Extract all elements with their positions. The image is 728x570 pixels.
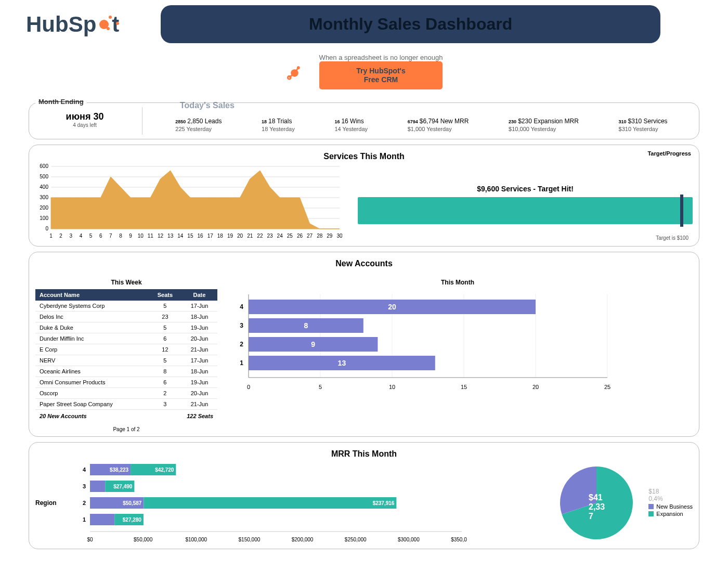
mrr-panel: MRR This Month Region $0$50,000$100,000$…	[29, 442, 699, 549]
svg-text:$27,280: $27,280	[123, 517, 142, 523]
svg-text:$41: $41	[589, 493, 603, 502]
header: HubSpt Monthly Sales Dashboard	[0, 0, 728, 48]
table-row: Delos Inc2318-Jun	[35, 311, 217, 322]
svg-text:16: 16	[198, 233, 204, 239]
svg-text:9: 9	[129, 233, 132, 239]
legend-swatch	[648, 511, 654, 516]
cta-button[interactable]: Try HubSpot's Free CRM	[319, 61, 443, 89]
subheader: This Week	[35, 279, 217, 286]
mrr-bar-chart: $0$50,000$100,000$150,000$200,000$250,00…	[67, 461, 555, 545]
stat-item: 1616 Wins14 Yesterday	[334, 118, 368, 132]
svg-text:5: 5	[319, 384, 322, 390]
legend-label: New Business	[656, 503, 693, 510]
svg-text:12: 12	[158, 233, 164, 239]
summary-panel: Month Ending июня 30 4 days left Today's…	[29, 102, 699, 139]
footer-accounts: 20 New Accounts	[40, 413, 87, 419]
stat-item: 310$310 Services$310 Yesterday	[619, 118, 668, 132]
svg-text:3: 3	[83, 483, 86, 489]
svg-text:24: 24	[277, 233, 283, 239]
svg-text:3: 3	[69, 233, 72, 239]
svg-text:$50,587: $50,587	[123, 500, 142, 506]
svg-text:11: 11	[148, 233, 154, 239]
svg-text:$42,720: $42,720	[155, 467, 174, 473]
dashboard: Month Ending июня 30 4 days left Today's…	[29, 102, 699, 549]
region-label: Region	[35, 499, 67, 507]
svg-text:400: 400	[40, 184, 48, 190]
svg-text:20: 20	[237, 233, 243, 239]
services-panel: Services This Month Target/Progress Targ…	[29, 145, 699, 247]
target-label: Target is $100	[656, 235, 688, 241]
month-ending-label: Month Ending	[35, 98, 87, 106]
stat-item: 28502,850 Leads225 Yesterday	[175, 118, 222, 132]
svg-text:19: 19	[227, 233, 233, 239]
accounts-table: Account NameSeatsDate Cyberdyne Systems …	[35, 289, 217, 410]
svg-text:30: 30	[336, 233, 342, 239]
svg-text:$350,000: $350,000	[451, 537, 467, 542]
panel-title: Services This Month	[35, 152, 693, 161]
mrr-pie-area: $412,337 $18 0,4% New Business Expansion	[555, 461, 693, 545]
svg-text:200: 200	[40, 205, 48, 211]
svg-marker-19	[51, 171, 340, 229]
svg-text:$200,000: $200,000	[292, 537, 314, 542]
svg-text:2: 2	[240, 341, 243, 348]
table-row: Dunder Mifflin Inc620-Jun	[35, 333, 217, 344]
pie-callout: 0,4%	[648, 495, 693, 502]
progress-marker	[680, 195, 683, 227]
accounts-table-area: This Week Account NameSeatsDate Cyberdyn…	[35, 271, 217, 432]
table-row: Oceanic Airlines818-Jun	[35, 366, 217, 377]
svg-text:7: 7	[589, 512, 593, 521]
svg-text:20: 20	[388, 303, 396, 311]
hubspot-logo: HubSpt	[26, 12, 119, 37]
svg-text:27: 27	[307, 233, 313, 239]
svg-point-4	[288, 76, 291, 79]
table-row: Duke & Duke519-Jun	[35, 322, 217, 333]
corner-label: Target/Progress	[647, 150, 691, 157]
svg-text:22: 22	[257, 233, 263, 239]
svg-text:28: 28	[317, 233, 323, 239]
svg-text:600: 600	[40, 164, 48, 169]
table-row: NERV517-Jun	[35, 355, 217, 366]
svg-text:8: 8	[119, 233, 122, 239]
services-area-chart: 0100200300400500600123456789101112131415…	[35, 164, 342, 242]
subheader: This Month	[223, 279, 693, 286]
svg-rect-90	[90, 481, 105, 492]
svg-text:4: 4	[240, 303, 243, 310]
svg-text:500: 500	[40, 174, 48, 179]
svg-text:$237,916: $237,916	[373, 500, 395, 506]
sprocket-icon	[96, 17, 112, 32]
svg-text:23: 23	[267, 233, 273, 239]
svg-text:$50,000: $50,000	[134, 537, 153, 542]
promo-bar: When a spreadsheet is no longer enough T…	[0, 48, 728, 102]
svg-text:1: 1	[83, 516, 86, 523]
svg-text:100: 100	[40, 215, 48, 221]
pie-legend: New Business Expansion	[648, 503, 693, 517]
accounts-panel: New Accounts This Week Account NameSeats…	[29, 252, 699, 437]
table-row: Oscorp220-Jun	[35, 387, 217, 398]
svg-text:$300,000: $300,000	[398, 537, 420, 542]
svg-rect-97	[144, 497, 396, 509]
svg-text:$250,000: $250,000	[345, 537, 367, 542]
svg-text:25: 25	[604, 384, 610, 390]
svg-text:$0: $0	[87, 537, 93, 542]
svg-text:0: 0	[247, 384, 250, 390]
col-header: Seats	[149, 289, 181, 301]
svg-text:$100,000: $100,000	[185, 537, 207, 542]
stat-item: 6794$6,794 New MRR$1,000 Yesterday	[408, 118, 469, 132]
month-ending: Month Ending июня 30 4 days left	[35, 102, 134, 135]
legend-label: Expansion	[656, 511, 683, 517]
col-header: Date	[181, 289, 217, 301]
svg-text:26: 26	[297, 233, 303, 239]
svg-text:2: 2	[59, 233, 62, 239]
svg-text:1: 1	[240, 359, 243, 367]
svg-text:$150,000: $150,000	[239, 537, 261, 542]
footer-seats: 122 Seats	[187, 413, 213, 419]
svg-text:$27,490: $27,490	[113, 484, 133, 489]
svg-text:4: 4	[83, 467, 86, 473]
svg-text:5: 5	[89, 233, 93, 239]
svg-rect-100	[90, 514, 114, 525]
sprocket-icon	[285, 62, 304, 81]
svg-text:8: 8	[304, 321, 308, 330]
svg-text:14: 14	[177, 233, 184, 239]
svg-text:29: 29	[327, 233, 333, 239]
progress-area: $9,600 Services - Target Hit!	[358, 164, 693, 242]
